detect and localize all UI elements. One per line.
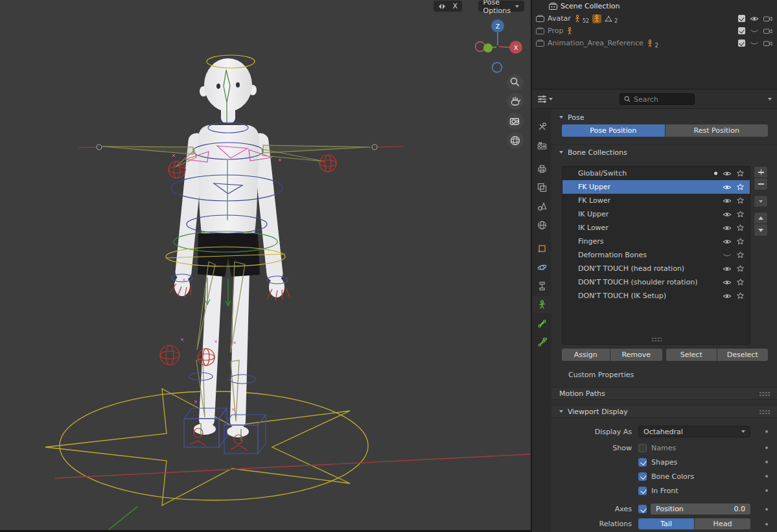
header-chevron-icon[interactable]	[768, 98, 772, 100]
bone-collection-row[interactable]: DON'T TOUCH (IK Setup)	[562, 289, 750, 303]
pose-position-button[interactable]: Pose Position	[562, 124, 665, 137]
animate-dot[interactable]	[765, 489, 768, 492]
search-input[interactable]	[634, 95, 688, 104]
tab-bone-constraint[interactable]	[532, 334, 551, 351]
tab-bone[interactable]	[532, 315, 551, 332]
names-checkbox[interactable]	[638, 444, 647, 452]
tab-render[interactable]	[532, 137, 551, 154]
bone-collection-row[interactable]: IK Upper	[562, 207, 750, 221]
tab-view-layer[interactable]	[532, 179, 551, 196]
eye-open-icon[interactable]	[723, 170, 732, 177]
collection-name[interactable]: Avatar	[548, 14, 571, 23]
star-icon[interactable]	[737, 251, 744, 259]
eye-open-icon[interactable]	[723, 184, 732, 191]
bone-collection-row[interactable]: Global/Switch	[562, 167, 750, 180]
animate-dot[interactable]	[765, 430, 768, 433]
collection-name[interactable]: Prop	[548, 27, 563, 35]
star-icon[interactable]	[737, 292, 744, 299]
perspective-toggle-button[interactable]	[507, 132, 524, 149]
star-icon[interactable]	[737, 197, 744, 204]
bone-collection-row[interactable]: DON'T TOUCH (shoulder rotation)	[562, 275, 750, 289]
in-front-checkbox[interactable]	[638, 487, 647, 495]
motion-paths-panel-header[interactable]: Motion Paths	[551, 387, 777, 400]
bone-colors-checkbox[interactable]	[638, 472, 647, 481]
viewport-display-panel-header[interactable]: Viewport Display	[551, 405, 777, 418]
bone-collection-row[interactable]: DON'T TOUCH (head rotation)	[562, 262, 750, 275]
animate-dot[interactable]	[765, 508, 768, 511]
eye-closed-icon[interactable]	[750, 40, 759, 47]
deselect-button[interactable]: Deselect	[717, 349, 769, 361]
selectability-checkbox[interactable]	[738, 27, 745, 34]
eye-open-icon[interactable]	[723, 198, 732, 204]
pan-hand-button[interactable]	[507, 93, 524, 110]
collection-name[interactable]: Animation_Area_Reference	[548, 39, 644, 47]
tab-world[interactable]	[532, 216, 551, 233]
bone-collection-row[interactable]: Deformation Bones	[562, 248, 750, 262]
list-resize-grip[interactable]	[651, 337, 662, 341]
zoom-button[interactable]	[507, 74, 524, 91]
star-icon[interactable]	[737, 265, 744, 272]
tail-button[interactable]: Tail	[638, 518, 694, 529]
camera-visibility-icon[interactable]	[763, 28, 772, 34]
star-icon[interactable]	[737, 211, 744, 218]
selectability-checkbox[interactable]	[738, 40, 745, 47]
star-icon[interactable]	[737, 183, 744, 191]
axes-position-slider[interactable]: Position 0.0	[651, 503, 750, 515]
eye-open-icon[interactable]	[723, 238, 732, 245]
star-icon[interactable]	[737, 279, 744, 286]
camera-visibility-icon[interactable]	[763, 16, 772, 22]
camera-view-button[interactable]	[507, 113, 524, 130]
bone-collections-panel-header[interactable]: Bone Collections	[551, 146, 777, 158]
panel-expand-icon[interactable]	[559, 116, 563, 119]
rest-position-button[interactable]: Rest Position	[666, 124, 769, 137]
shapes-checkbox[interactable]	[638, 458, 647, 467]
tab-scene[interactable]	[532, 198, 551, 214]
panel-drag-grip[interactable]	[759, 410, 771, 414]
eye-open-icon[interactable]	[750, 16, 759, 22]
display-as-dropdown[interactable]: Octahedral	[638, 426, 750, 437]
3d-viewport[interactable]: Z X	[0, 0, 531, 530]
viewport-canvas[interactable]: Z X	[0, 0, 531, 530]
camera-visibility-icon[interactable]	[763, 40, 772, 47]
tab-output[interactable]	[532, 160, 551, 177]
outliner-row-prop[interactable]: Prop	[532, 25, 777, 37]
eye-open-icon[interactable]	[723, 225, 732, 231]
remove-button[interactable]: Remove	[610, 349, 662, 361]
axes-checkbox[interactable]	[638, 505, 647, 513]
outliner-row-avatar[interactable]: Avatar 52 2	[532, 12, 777, 25]
pose-panel-header[interactable]: Pose	[551, 111, 777, 123]
collection-specials-menu-button[interactable]	[754, 195, 768, 207]
scene-collection-row[interactable]: Scene Collection	[532, 0, 777, 12]
assign-button[interactable]: Assign	[562, 349, 610, 361]
animate-dot[interactable]	[765, 446, 768, 449]
eye-open-icon[interactable]	[723, 279, 732, 286]
tab-tool[interactable]	[532, 118, 551, 135]
eye-open-icon[interactable]	[723, 211, 732, 218]
bone-collection-row[interactable]: IK Lower	[562, 221, 750, 235]
tab-physics[interactable]	[532, 259, 551, 275]
custom-properties-panel-header[interactable]: Custom Properties	[551, 369, 777, 380]
eye-open-icon[interactable]	[723, 293, 732, 299]
mirror-x-label[interactable]: X	[449, 1, 461, 11]
editor-type-button[interactable]	[537, 95, 553, 104]
active-object-highlight[interactable]	[592, 14, 601, 23]
bone-collection-row[interactable]: FK Lower	[562, 194, 750, 207]
star-icon[interactable]	[737, 170, 744, 177]
panel-expand-icon[interactable]	[559, 410, 563, 413]
remove-collection-button[interactable]	[754, 178, 768, 191]
animate-dot[interactable]	[765, 523, 768, 526]
animate-dot[interactable]	[765, 461, 768, 463]
select-button[interactable]: Select	[666, 349, 717, 361]
star-icon[interactable]	[737, 238, 744, 245]
eye-closed-icon[interactable]	[723, 252, 732, 259]
bone-collection-row-selected[interactable]: FK Upper	[562, 180, 750, 194]
selectability-checkbox[interactable]	[738, 15, 745, 22]
head-button[interactable]: Head	[695, 518, 750, 529]
outliner-row-animation-area[interactable]: Animation_Area_Reference 2	[532, 37, 777, 49]
eye-open-icon[interactable]	[723, 266, 732, 272]
animate-dot[interactable]	[765, 475, 768, 478]
tab-object[interactable]	[532, 240, 551, 257]
tab-object-data[interactable]	[532, 296, 551, 313]
move-collection-up-button[interactable]	[754, 212, 768, 224]
tab-constraints[interactable]	[532, 277, 551, 294]
